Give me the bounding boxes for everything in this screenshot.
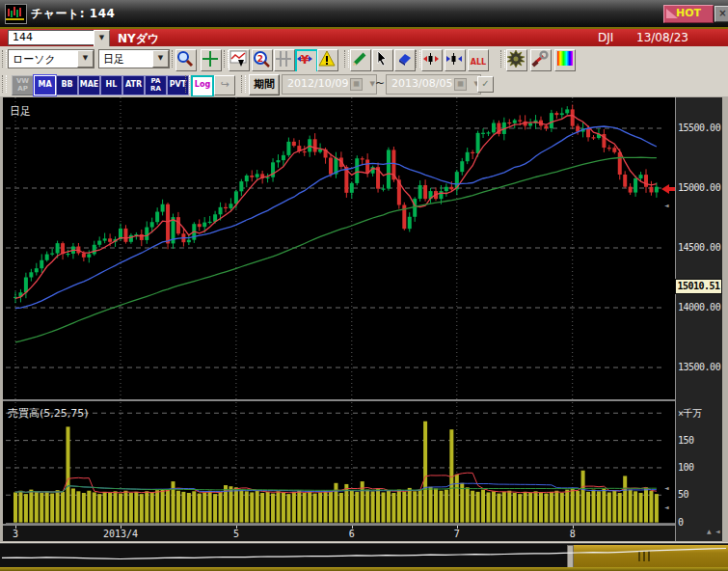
- warning-icon[interactable]: [317, 49, 338, 71]
- symbol-ticker: DJI: [598, 31, 613, 44]
- history-navigator: [0, 543, 728, 568]
- window-title: チャート: 144: [31, 6, 115, 22]
- symbol-date: 13/08/23: [636, 31, 688, 44]
- volume-unit-label: ×千万: [678, 407, 702, 421]
- color-palette-icon[interactable]: [554, 49, 576, 71]
- symbol-code-input[interactable]: 144: [8, 30, 98, 45]
- toolbar-grip[interactable]: [500, 50, 505, 68]
- indicator-button-hl[interactable]: HL: [100, 75, 122, 95]
- price-tick-label: 14500.00: [678, 242, 720, 253]
- chart-export-icon[interactable]: [229, 49, 250, 71]
- hot-triangle-icon: [666, 9, 678, 18]
- symbol-name: NYダウ: [118, 31, 159, 47]
- scroll-arrow-icon[interactable]: ◄: [715, 529, 720, 534]
- chart-window: チャート: 144 HOT × 144 ▼ NYダウ DJI 13/08/23 …: [0, 0, 728, 571]
- price-tick-label: 15500.00: [678, 122, 720, 133]
- eraser-icon[interactable]: [394, 49, 416, 71]
- indicator-button-mae[interactable]: MAE: [78, 75, 100, 95]
- indicator-button-atr[interactable]: ATR: [122, 75, 145, 95]
- toolbar-grip[interactable]: [241, 75, 246, 93]
- symbol-bar: 144 ▼ NYダウ DJI 13/08/23: [0, 29, 728, 47]
- toolbar-indicators: VWAPMABBMAEHLATRPARAPVT Log ↪ 期間 2012/10…: [0, 71, 728, 97]
- zoom-2-icon[interactable]: 2: [252, 49, 273, 71]
- grid-icon[interactable]: [201, 49, 222, 71]
- scroll-arrow-icon[interactable]: ◄: [664, 485, 669, 491]
- toolbar-grip[interactable]: [344, 50, 349, 68]
- chart-app-icon: [5, 4, 27, 24]
- apply-period-button[interactable]: ✓: [477, 76, 494, 93]
- volume-pane-label: 売買高(5,25,75): [8, 406, 89, 421]
- price-pane-label: 日足: [10, 104, 31, 119]
- navigator-grip-icon[interactable]: [638, 551, 656, 561]
- volume-tick-label: 0: [678, 517, 684, 528]
- draw-pencil-icon[interactable]: [350, 49, 371, 71]
- time-axis-label: 5: [233, 529, 239, 539]
- settings-gear-icon[interactable]: [506, 49, 527, 71]
- candle-compress-icon[interactable]: [445, 49, 466, 71]
- indicator-button-bb[interactable]: BB: [56, 75, 78, 95]
- grid-alt-icon[interactable]: [274, 49, 295, 71]
- time-axis-label: 3: [13, 529, 18, 539]
- toolbar-grip[interactable]: [185, 75, 190, 93]
- date-to-field[interactable]: 2013/08/05 ▦ ▼: [386, 74, 481, 95]
- calendar-icon[interactable]: ▦: [454, 78, 467, 91]
- candle-expand-icon[interactable]: [421, 49, 443, 71]
- log-scale-button[interactable]: Log: [191, 75, 214, 97]
- all-label-icon[interactable]: ALL: [468, 49, 489, 71]
- window-bottom-edge: [0, 567, 728, 571]
- toolbar-grip[interactable]: [416, 50, 420, 68]
- tools-wrench-icon[interactable]: [530, 49, 552, 71]
- indicator-button-para[interactable]: PARA: [145, 75, 167, 95]
- indicator-button-vwap[interactable]: VWAP: [12, 75, 34, 95]
- flip-chart-button[interactable]: ↪: [214, 75, 235, 95]
- toolbar-main: ローソク ▼ 日足 ▼ 2¥ALL: [0, 46, 728, 72]
- date-range-separator: ~: [375, 76, 385, 90]
- chart-overlays: 日足売買高(5,25,75)15500.0015000.0014500.0014…: [0, 96, 728, 542]
- scroll-arrow-icon[interactable]: ▲: [707, 529, 712, 534]
- time-axis-label: 8: [570, 529, 576, 539]
- period-button[interactable]: 期間: [249, 74, 280, 95]
- price-tick-label: 15000.00: [678, 182, 720, 193]
- price-tick-label: 14000.00: [678, 302, 720, 313]
- time-axis-label: 6: [349, 529, 355, 539]
- hot-button[interactable]: HOT: [663, 5, 714, 23]
- calendar-icon[interactable]: ▦: [350, 78, 363, 91]
- last-price-tag: 15010.51: [675, 279, 722, 294]
- scroll-arrow-icon[interactable]: ◄: [664, 203, 669, 208]
- toolbar-icons: 2¥ALL: [0, 46, 728, 71]
- price-tick-label: 13500.00: [678, 362, 720, 372]
- chart-frame: 日足売買高(5,25,75)15500.0015000.0014500.0014…: [0, 96, 728, 542]
- svg-text:2: 2: [257, 54, 263, 64]
- volume-tick-label: 150: [678, 435, 694, 446]
- indicator-button-ma[interactable]: MA: [34, 75, 56, 95]
- time-axis-label: 2013/4: [103, 529, 138, 539]
- zoom-in-icon[interactable]: [175, 49, 197, 71]
- symbol-dropdown-icon[interactable]: ▼: [94, 30, 110, 47]
- svg-text:¥: ¥: [300, 52, 309, 67]
- title-bar: チャート: 144 HOT ×: [0, 0, 728, 29]
- close-icon[interactable]: ×: [715, 6, 728, 22]
- volume-tick-label: 50: [678, 489, 688, 500]
- yen-mark-icon[interactable]: ¥: [295, 49, 318, 73]
- volume-tick-label: 100: [678, 462, 694, 473]
- select-cursor-icon[interactable]: [372, 49, 393, 71]
- date-from-field[interactable]: 2012/10/09 ▦ ▼: [282, 74, 377, 95]
- scroll-arrow-icon[interactable]: ◄: [664, 504, 669, 510]
- time-axis-label: 7: [454, 529, 460, 539]
